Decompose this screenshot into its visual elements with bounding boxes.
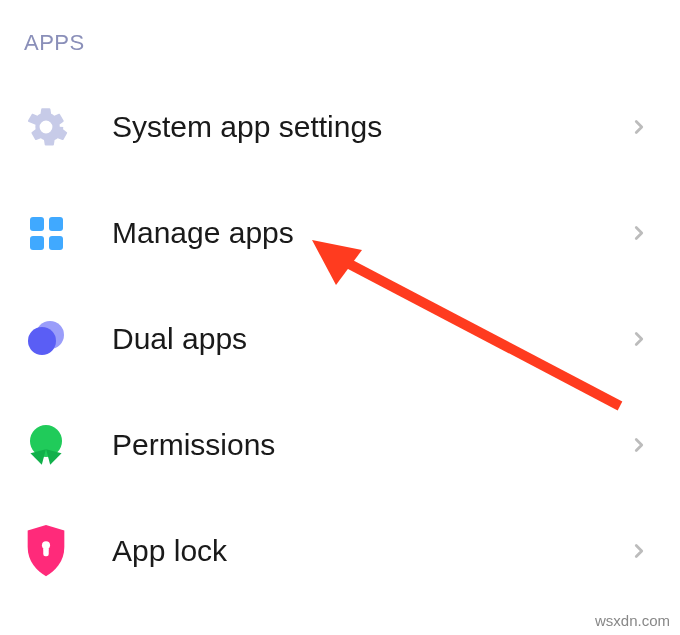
menu-item-label: Dual apps	[112, 322, 628, 356]
menu-item-permissions[interactable]: Permissions	[0, 392, 680, 498]
menu-item-label: Manage apps	[112, 216, 628, 250]
section-header: APPS	[0, 0, 680, 74]
badge-icon	[24, 423, 68, 467]
watermark: wsxdn.com	[595, 612, 670, 629]
shield-lock-icon	[24, 529, 68, 573]
gear-icon	[24, 105, 68, 149]
svg-rect-1	[43, 547, 48, 556]
chevron-right-icon	[628, 116, 650, 138]
menu-item-app-lock[interactable]: App lock	[0, 498, 680, 604]
chevron-right-icon	[628, 222, 650, 244]
menu-item-manage-apps[interactable]: Manage apps	[0, 180, 680, 286]
grid-icon	[24, 211, 68, 255]
chevron-right-icon	[628, 540, 650, 562]
menu-item-label: App lock	[112, 534, 628, 568]
chevron-right-icon	[628, 434, 650, 456]
menu-item-system-app-settings[interactable]: System app settings	[0, 74, 680, 180]
menu-item-label: Permissions	[112, 428, 628, 462]
menu-item-dual-apps[interactable]: Dual apps	[0, 286, 680, 392]
chevron-right-icon	[628, 328, 650, 350]
dual-circles-icon	[24, 317, 68, 361]
menu-item-label: System app settings	[112, 110, 628, 144]
